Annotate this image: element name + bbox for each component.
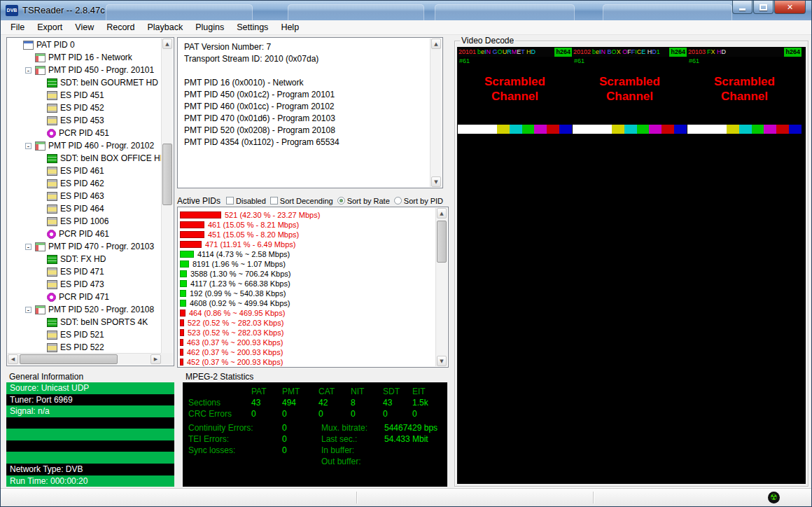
control-disabled[interactable]: Disabled [226, 197, 266, 205]
tree-row[interactable]: PCR PID 451 [8, 127, 161, 139]
video-thumbnail-header: 20103FX HDh264 [687, 48, 802, 57]
titlebar-glass-artifact [106, 4, 253, 20]
tree-label: ES PID 461 [60, 166, 107, 176]
tree-row[interactable]: PMT PID 16 - Network [8, 51, 161, 64]
tree-expander-slot: - [25, 244, 34, 250]
radio-icon[interactable] [394, 197, 402, 204]
tree-row[interactable]: -PMT PID 450 - Progr. 20101 [8, 64, 161, 76]
stats-column-header: EIT [412, 387, 426, 396]
tree-row[interactable]: ES PID 451 [8, 89, 161, 102]
video-thumbnail[interactable]: 20101beIN GOURMET HDh264#61ScrambledChan… [458, 48, 572, 134]
tree-row[interactable]: SDT: FX HD [8, 253, 161, 265]
status-bar: ☢ [1, 488, 811, 506]
tree-label: PAT PID 0 [36, 40, 78, 50]
scroll-up-icon[interactable]: ▲ [431, 39, 441, 49]
tree-icon-es [47, 280, 57, 289]
pid-bar [180, 231, 204, 238]
stats-row-label: In buffer: [321, 445, 354, 455]
pid-bar-label: 452 (0.37 % ~ 200.93 Kbps) [187, 358, 283, 366]
tree-label: SDT: beIN SPORTS 4K [60, 317, 150, 327]
control-sort-by-pid[interactable]: Sort by PID [394, 197, 443, 205]
checkbox-icon[interactable] [226, 197, 234, 204]
general-info-row: Run Time: 000:00:20 [6, 475, 174, 487]
title-bar[interactable]: DVB TSReader -- 2.8.47c ✕ [1, 1, 811, 20]
video-thumbnail[interactable]: 20102beIN BOX OFFICE HD1h264#61Scrambled… [573, 48, 687, 134]
tree-row[interactable]: PAT PID 0 [8, 39, 161, 51]
video-thumbnail[interactable]: 20103FX HDh264#61ScrambledChannel [687, 48, 802, 134]
tree-icon-es [47, 217, 57, 226]
tree-icon-pmt [35, 141, 46, 151]
app-icon: DVB [6, 5, 18, 16]
pid-bar-row: 452 (0.37 % ~ 200.93 Kbps) [180, 357, 435, 366]
active-pids-header: Active PIDs DisabledSort DecendingSort b… [177, 195, 450, 206]
tree-icon-es [47, 116, 57, 125]
menu-item-view[interactable]: View [69, 21, 100, 34]
scroll-left-icon[interactable]: ◀ [8, 354, 18, 364]
tree-collapse-icon[interactable]: - [25, 307, 31, 313]
tree-row[interactable]: ES PID 473 [8, 278, 161, 291]
tree-row[interactable]: -PMT PID 520 - Progr. 20108 [8, 303, 161, 316]
video-decode-canvas: 20101beIN GOURMET HDh264#61ScrambledChan… [457, 47, 806, 484]
menu-item-file[interactable]: File [4, 21, 31, 34]
tree-collapse-icon[interactable]: - [25, 67, 31, 74]
tree-row[interactable]: ES PID 464 [8, 202, 161, 215]
tree-row[interactable]: ES PID 471 [8, 265, 161, 278]
menu-item-record[interactable]: Record [100, 21, 141, 34]
scroll-down-icon[interactable]: ▼ [431, 176, 441, 187]
tree-row[interactable]: ES PID 521 [8, 328, 161, 341]
tree-row[interactable]: ES PID 522 [8, 341, 161, 353]
scrollbar-thumb[interactable] [20, 354, 118, 364]
tree-collapse-icon[interactable]: - [25, 244, 31, 250]
tree-row[interactable]: ES PID 461 [8, 165, 161, 177]
maximize-button[interactable] [753, 1, 774, 14]
pid-bar [180, 290, 186, 297]
pid-bar [180, 261, 189, 268]
general-info-row: Source: Unicast UDP [6, 382, 174, 394]
menu-item-export[interactable]: Export [31, 21, 69, 34]
tree-vertical-scrollbar[interactable]: ▲ ▼ [161, 39, 173, 365]
pat-vertical-scrollbar[interactable]: ▲ ▼ [430, 39, 442, 187]
pid-bar [180, 300, 186, 307]
tree-row[interactable]: ES PID 1006 [8, 215, 161, 228]
program-number: 20102 [573, 48, 591, 57]
tree-horizontal-scrollbar[interactable]: ◀ ▶ [8, 353, 161, 365]
scrollbar-thumb[interactable] [437, 221, 447, 263]
tree-collapse-icon[interactable]: - [25, 143, 31, 149]
minimize-button[interactable] [732, 1, 752, 14]
pid-tree: PAT PID 0PMT PID 16 - Network-PMT PID 45… [8, 39, 161, 353]
pid-bar-row: 8191 (1.96 % ~ 1.07 Mbps) [180, 259, 435, 269]
program-number: 20101 [458, 48, 476, 57]
control-sort-by-rate[interactable]: Sort by Rate [337, 197, 390, 205]
tree-row[interactable]: ES PID 462 [8, 177, 161, 190]
pids-vertical-scrollbar[interactable]: ▲ ▼ [435, 208, 447, 366]
menu-item-plugins[interactable]: Plugins [189, 21, 230, 34]
tree-row[interactable]: SDT: beIN SPORTS 4K [8, 316, 161, 328]
tree-label: ES PID 453 [60, 116, 107, 125]
close-button[interactable]: ✕ [774, 1, 806, 14]
tree-row[interactable]: PCR PID 471 [8, 291, 161, 303]
pid-bar [180, 221, 204, 228]
scroll-down-icon[interactable]: ▼ [437, 356, 447, 366]
tree-row[interactable]: -PMT PID 460 - Progr. 20102 [8, 139, 161, 152]
menu-item-settings[interactable]: Settings [230, 21, 274, 34]
tree-row[interactable]: PCR PID 461 [8, 228, 161, 240]
radio-icon[interactable] [337, 197, 345, 204]
scroll-up-icon[interactable]: ▲ [437, 208, 447, 218]
tree-row[interactable]: ES PID 453 [8, 114, 161, 127]
scroll-right-icon[interactable]: ▶ [150, 354, 161, 364]
scroll-up-icon[interactable]: ▲ [162, 39, 172, 49]
menu-item-playback[interactable]: Playback [141, 21, 189, 34]
checkbox-icon[interactable] [270, 197, 278, 204]
scrollbar-thumb[interactable] [162, 144, 172, 205]
tree-row[interactable]: SDT: beIN BOX OFFICE HD [8, 152, 161, 165]
control-sort-decending[interactable]: Sort Decending [270, 197, 333, 205]
tree-row[interactable]: SDT: beIN GOURMET HD [8, 76, 161, 89]
tree-row[interactable]: ES PID 463 [8, 190, 161, 202]
tree-row[interactable]: -PMT PID 470 - Progr. 20103 [8, 240, 161, 253]
menu-item-help[interactable]: Help [274, 21, 305, 34]
tree-row[interactable]: ES PID 452 [8, 102, 161, 114]
stats-box: PATPMTCATNITSDTEITSections43494428431.5k… [183, 382, 447, 487]
pid-bar-row: 192 (0.99 % ~ 540.38 Kbps) [180, 289, 435, 298]
tree-label: PMT PID 470 - Progr. 20103 [48, 242, 157, 251]
pat-info-line [184, 66, 424, 78]
